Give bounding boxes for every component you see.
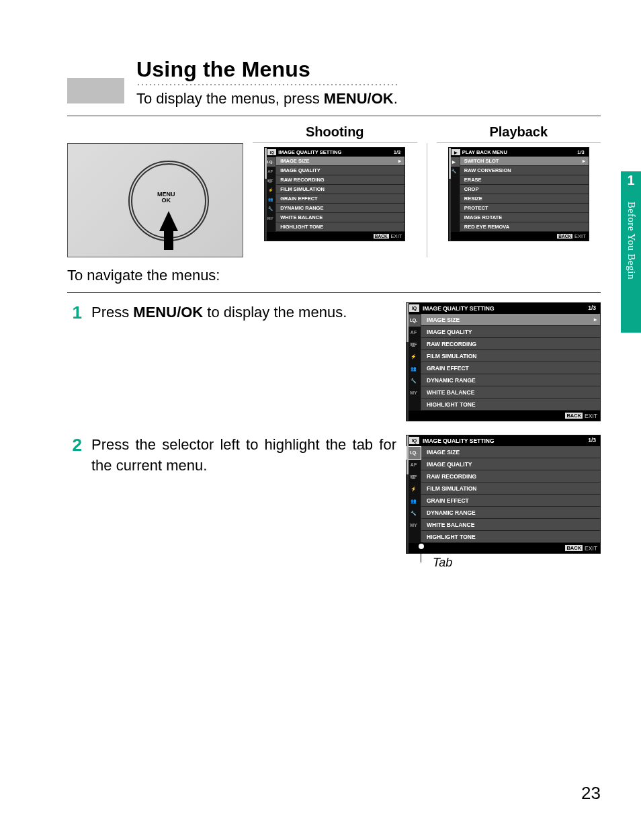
- step1-lcd: IQ IMAGE QUALITY SETTING 1/3 I.Q. AF MF …: [406, 302, 601, 421]
- lcd-row: GRAIN EFFECT: [421, 362, 600, 374]
- lcd-tab: ▢: [407, 339, 421, 351]
- lcd-row: IMAGE SIZE: [276, 157, 404, 166]
- lcd-tab-strip: I.Q. AF MF ▢ ⚡ 👥 🔧 MY: [407, 314, 421, 411]
- iq-icon: IQ: [409, 304, 419, 312]
- title-row: Using the Menus To display the menus, pr…: [67, 57, 601, 108]
- exit-label: EXIT: [585, 545, 597, 552]
- navigate-intro: To navigate the menus:: [67, 267, 601, 284]
- lcd-tab: 🔧: [407, 507, 421, 519]
- lcd-row: GRAIN EFFECT: [421, 495, 600, 507]
- lcd-rows: IMAGE SIZE IMAGE QUALITY RAW RECORDING F…: [421, 314, 600, 411]
- page-number: 23: [581, 783, 601, 804]
- camera-illustration: [67, 143, 243, 257]
- column-separator: [427, 143, 427, 257]
- lcd-title: IMAGE QUALITY SETTING: [423, 437, 495, 444]
- playback-menu-lcd: ▶ PLAY BACK MENU 1/3 ▶ 🔧 SWITCH SLOT RAW…: [448, 147, 589, 241]
- lcd-row: HIGHLIGHT TONE: [421, 531, 600, 543]
- lcd-scrollbar: [407, 435, 409, 553]
- step-2: 2 Press the selector left to high­light …: [67, 435, 601, 554]
- shooting-column: Shooting IQ IMAGE QUALITY SETTING 1/3 I.…: [253, 123, 417, 241]
- tab-callout-label: Tab: [433, 556, 452, 569]
- lcd-row: WHITE BALANCE: [421, 519, 600, 531]
- lcd-row: IMAGE SIZE: [421, 314, 600, 326]
- step-number: 1: [67, 302, 82, 323]
- lcd-row: SWITCH SLOT: [460, 157, 589, 166]
- lcd-rows: IMAGE SIZE IMAGE QUALITY RAW RECORDING F…: [276, 157, 404, 232]
- lcd-row: HIGHLIGHT TONE: [421, 398, 600, 411]
- intro-post: .: [394, 90, 398, 107]
- iq-icon: IQ: [267, 149, 276, 155]
- lcd-title: IMAGE QUALITY SETTING: [423, 305, 495, 312]
- callout-stem: [421, 550, 421, 562]
- lcd-row: IMAGE QUALITY: [421, 458, 600, 470]
- lcd-row: IMAGE SIZE: [421, 446, 600, 458]
- dotted-rule: [136, 83, 398, 86]
- lcd-row: WHITE BALANCE: [421, 386, 600, 398]
- step-number: 2: [67, 435, 82, 456]
- tab-callout: Tab: [433, 556, 452, 570]
- back-label: BACK: [565, 413, 583, 419]
- lcd-scrollbar: [407, 303, 409, 421]
- step-text: Press MENU/OK to display the menus.: [91, 302, 396, 323]
- page-title: Using the Menus: [136, 57, 398, 82]
- lcd-tab: AF MF: [407, 459, 421, 471]
- lcd-title: PLAY BACK MENU: [462, 149, 507, 155]
- lcd-row: IMAGE QUALITY: [421, 326, 600, 338]
- lcd-page-indicator: 1/3: [588, 437, 596, 444]
- back-label: BACK: [557, 234, 572, 239]
- lcd-row: RAW RECORDING: [276, 175, 404, 185]
- divider: [67, 292, 601, 293]
- lcd-rows: SWITCH SLOT RAW CONVERSION ERASE CROP RE…: [460, 157, 589, 232]
- back-label: BACK: [374, 234, 389, 239]
- press-arrow-icon: [159, 211, 178, 231]
- lcd-tab: MY: [407, 519, 421, 532]
- lcd-tab: MY: [407, 387, 421, 399]
- lcd-row: RAW RECORDING: [421, 338, 600, 350]
- playback-heading: Playback: [437, 123, 601, 143]
- lcd-row: FILM SIMULATION: [276, 185, 404, 194]
- lcd-row: WHITE BALANCE: [276, 213, 404, 222]
- lcd-page-indicator: 1/3: [588, 304, 596, 311]
- lcd-row: HIGHLIGHT TONE: [276, 222, 404, 232]
- lcd-row: RESIZE: [460, 194, 589, 204]
- exit-label: EXIT: [585, 413, 597, 419]
- intro-pre: To display the menus, press: [136, 90, 324, 107]
- lcd-tab: AF MF: [407, 327, 421, 339]
- lcd-title: IMAGE QUALITY SETTING: [278, 149, 341, 155]
- lcd-tab: ▢: [407, 471, 421, 483]
- step-text: Press the selector left to high­light th…: [91, 435, 396, 476]
- lcd-row: RAW CONVERSION: [460, 166, 589, 175]
- lcd-row: RED EYE REMOVA: [460, 222, 589, 232]
- lcd-row: IMAGE ROTATE: [460, 213, 589, 222]
- lcd-tab: 🔧: [407, 375, 421, 387]
- lcd-tab: I.Q.: [407, 314, 421, 327]
- lcd-row: DYNAMIC RANGE: [421, 374, 600, 386]
- lcd-row: RAW RECORDING: [421, 470, 600, 482]
- lcd-tab-strip-highlighted: I.Q. AF MF ▢ ⚡ 👥 🔧 MY: [407, 446, 421, 543]
- thumb-tab: 1 Before You Begin: [621, 171, 641, 333]
- lcd-rows: IMAGE SIZE IMAGE QUALITY RAW RECORDING F…: [421, 446, 600, 543]
- lcd-tab: ⚡: [407, 483, 421, 495]
- exit-label: EXIT: [574, 233, 586, 239]
- callout-marker-icon: [417, 542, 425, 550]
- lcd-row: IMAGE QUALITY: [276, 166, 404, 175]
- lcd-tab: 👥: [407, 495, 421, 507]
- lcd-tab: ⚡: [407, 351, 421, 363]
- step1-bold: MENU/OK: [133, 304, 203, 321]
- lcd-tab: I.Q.: [407, 447, 421, 459]
- step1-pre: Press: [91, 304, 133, 321]
- chapter-title: Before You Begin: [626, 202, 637, 280]
- lcd-row: PROTECT: [460, 204, 589, 213]
- step1-post: to display the menus.: [203, 304, 347, 321]
- title-block-icon: [67, 78, 124, 103]
- lcd-row: CROP: [460, 185, 589, 194]
- lcd-row: FILM SIMULATION: [421, 350, 600, 362]
- divider: [67, 116, 601, 116]
- playback-icon: ▶: [452, 149, 460, 155]
- lcd-row: ERASE: [460, 175, 589, 185]
- iq-icon: IQ: [409, 437, 419, 444]
- intro-text: To display the menus, press MENU/OK.: [136, 90, 398, 108]
- lcd-row: GRAIN EFFECT: [276, 194, 404, 204]
- back-label: BACK: [565, 545, 583, 551]
- chapter-number: 1: [621, 171, 641, 188]
